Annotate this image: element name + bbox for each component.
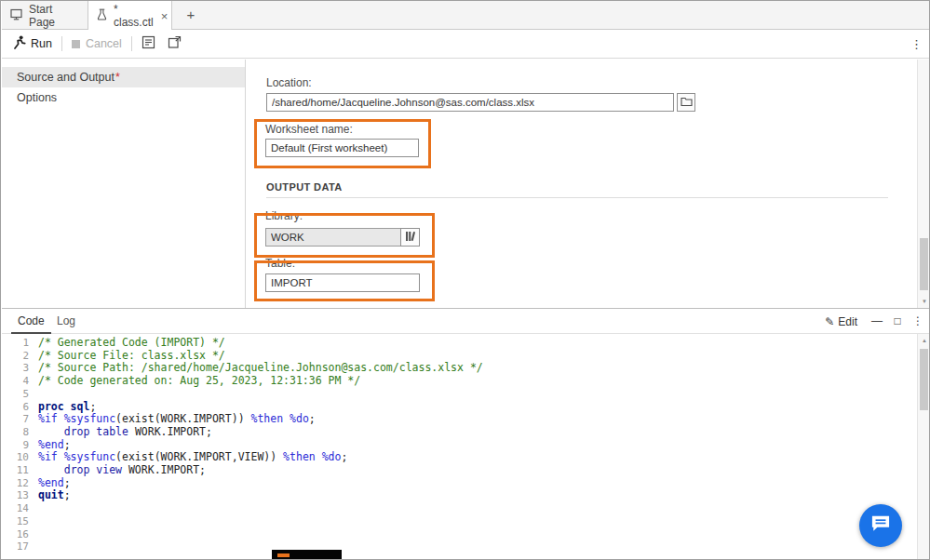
library-label: Library: (265, 209, 303, 222)
pencil-icon: ✎ (825, 315, 834, 328)
task-flask-icon (97, 8, 107, 23)
sidebar-divider (245, 60, 246, 308)
new-tab-button[interactable]: + (182, 7, 199, 23)
sidebar-item-label: Source and Output (17, 71, 115, 84)
chat-assistant-button[interactable] (859, 504, 902, 547)
tab-start-page[interactable]: Start Page (2, 1, 88, 30)
table-input[interactable] (265, 273, 420, 292)
cancel-button[interactable]: Cancel (72, 37, 122, 50)
tab-class-ctl-label: * class.ctl (114, 3, 154, 29)
library-input[interactable] (265, 228, 401, 247)
sidebar-item-source-and-output[interactable]: Source and Output* (2, 67, 245, 87)
tab-class-ctl[interactable]: * class.ctl × (88, 1, 172, 31)
scroll-up-icon[interactable]: ▲ (918, 338, 930, 343)
app-window: Start Page * class.ctl × + Run Cancel (0, 0, 930, 560)
run-person-icon (13, 35, 26, 52)
toolbar-separator (131, 36, 132, 51)
task-nav-sidebar: Source and Output* Options (2, 60, 245, 308)
minimize-panel-icon[interactable]: — (869, 309, 885, 334)
tab-code[interactable]: Code (11, 309, 51, 334)
worksheet-name-input[interactable] (265, 139, 419, 157)
select-library-button[interactable] (400, 228, 420, 247)
maximize-panel-icon[interactable]: □ (889, 309, 906, 334)
folder-icon (681, 94, 693, 111)
form-scrollbar[interactable]: ▼ (917, 60, 930, 308)
toolbar-overflow-menu-icon[interactable]: ⋮ (910, 30, 923, 59)
task-toolbar: Run Cancel ⋮ (2, 30, 930, 59)
scrollbar-thumb[interactable] (920, 349, 928, 410)
location-input[interactable] (266, 93, 674, 112)
code-lines[interactable]: /* Generated Code (IMPORT) *//* Source F… (38, 334, 904, 553)
code-scrollbar[interactable]: ▲ (917, 334, 930, 560)
sidebar-item-options[interactable]: Options (2, 87, 245, 108)
document-tab-bar: Start Page * class.ctl × + (2, 1, 930, 30)
run-button-label: Run (31, 37, 52, 50)
cancel-button-label: Cancel (86, 37, 122, 50)
overlay-mark (277, 553, 290, 557)
tab-log[interactable]: Log (50, 309, 82, 334)
close-tab-icon[interactable]: × (161, 10, 168, 22)
toolbar-separator (61, 36, 62, 51)
required-marker: * (115, 71, 120, 84)
edit-button[interactable]: ✎ Edit (825, 309, 857, 334)
browse-folder-button[interactable] (677, 93, 695, 112)
scroll-down-icon[interactable]: ▼ (918, 299, 930, 304)
table-label: Table: (265, 257, 295, 270)
open-in-new-window-icon (168, 35, 182, 53)
code-log-tab-bar: Code Log ✎ Edit — □ ⋮ (2, 309, 930, 334)
start-page-icon (10, 8, 22, 23)
open-in-new-window-button[interactable] (168, 35, 182, 53)
panel-overflow-menu-icon[interactable]: ⋮ (910, 309, 926, 334)
view-code-button[interactable] (142, 35, 155, 53)
section-divider (266, 197, 888, 198)
scrollbar-thumb[interactable] (920, 238, 928, 290)
location-label: Location: (266, 76, 312, 89)
code-document-icon (142, 35, 155, 53)
tab-start-page-label: Start Page (29, 3, 79, 29)
output-data-heading: OUTPUT DATA (266, 181, 343, 193)
code-gutter: 1234567891011121314151617 (1, 334, 29, 553)
cropped-overlay-bar (272, 550, 342, 560)
edit-button-label: Edit (838, 315, 857, 328)
run-button[interactable]: Run (13, 35, 52, 52)
sidebar-item-label: Options (17, 91, 57, 104)
worksheet-name-label: Worksheet name: (265, 123, 353, 136)
library-bookshelf-icon (405, 229, 416, 246)
chat-bubble-icon (870, 514, 891, 537)
stop-icon (72, 40, 80, 48)
